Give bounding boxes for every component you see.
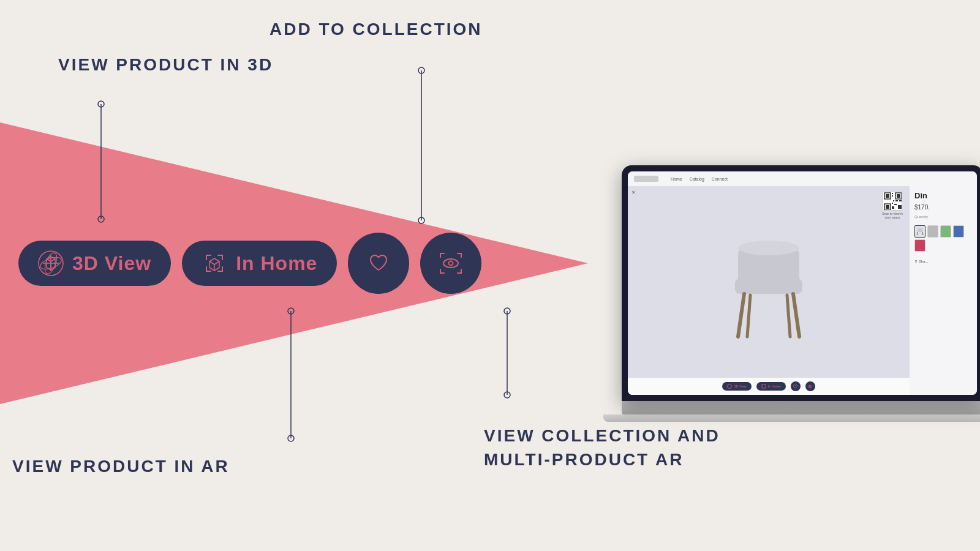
ar-cube-icon (202, 250, 227, 276)
svg-rect-40 (892, 206, 894, 209)
laptop-close-btn: ✕ (631, 190, 636, 195)
laptop-share-label: ⬆ Sha... (914, 259, 928, 263)
laptop-body: Home Catalog Connect ✕ (622, 165, 980, 422)
laptop-product-title: Din (914, 191, 972, 200)
laptop-product-area: ✕ (628, 186, 977, 395)
label-add-collection: ADD TO COLLECTION (270, 18, 483, 40)
cube-ar-icon (38, 250, 64, 276)
svg-line-23 (793, 294, 799, 337)
laptop-btn-heart (791, 381, 801, 391)
laptop-in-home-label: In Home (768, 384, 781, 388)
chair-svg (720, 230, 818, 352)
laptop-nav: Home Catalog Connect (628, 171, 977, 186)
laptop-thumb-5 (914, 239, 925, 252)
laptop-thumb-3 (940, 225, 951, 238)
svg-rect-39 (898, 205, 902, 209)
svg-rect-42 (762, 384, 766, 388)
label-view-ar: VIEW PRODUCT IN AR (12, 455, 230, 478)
svg-point-43 (809, 385, 812, 388)
label-view-3d: VIEW PRODUCT IN 3D (58, 54, 273, 76)
svg-rect-34 (893, 200, 894, 201)
svg-rect-29 (897, 194, 900, 198)
svg-point-21 (738, 241, 799, 255)
btn-ar-view[interactable] (420, 233, 481, 294)
laptop-btn-3d-view: 3D View (722, 382, 751, 391)
laptop-product-desc: Quantity (914, 214, 972, 219)
svg-point-16 (443, 259, 458, 268)
laptop-3d-viewer: ✕ (628, 186, 910, 395)
nav-connect: Connect (712, 177, 728, 181)
laptop-product-price: $170. (914, 204, 972, 211)
btn-3d-view[interactable]: 3D View (18, 241, 171, 286)
nav-catalog: Catalog (690, 177, 704, 181)
qr-code (883, 191, 902, 211)
laptop-btn-ar (805, 381, 815, 391)
laptop-logo (634, 176, 658, 182)
svg-line-22 (738, 294, 744, 337)
svg-line-47 (922, 232, 923, 235)
svg-rect-37 (892, 203, 893, 204)
laptop-product-sidebar: Din $170. Quantity (910, 186, 977, 395)
svg-rect-27 (886, 194, 889, 198)
svg-rect-36 (899, 200, 902, 201)
svg-rect-38 (894, 204, 897, 205)
laptop-thumb-4 (953, 225, 964, 238)
laptop-3d-view-label: 3D View (734, 384, 746, 388)
laptop-action-row: ⬆ Sha... (914, 259, 972, 263)
laptop-thumbnail-row (914, 225, 972, 252)
qr-code-area: Scan to view in your space (880, 191, 905, 222)
svg-rect-45 (918, 228, 922, 232)
svg-rect-31 (886, 205, 889, 209)
laptop-btn-in-home: In Home (756, 382, 786, 391)
svg-line-46 (917, 232, 918, 235)
laptop-screen-outer: Home Catalog Connect ✕ (622, 165, 980, 401)
svg-rect-35 (895, 200, 898, 201)
svg-point-41 (728, 384, 732, 389)
laptop-nav-links: Home Catalog Connect (671, 177, 728, 181)
svg-rect-32 (892, 193, 893, 194)
buttons-row: 3D View In Home (18, 233, 481, 294)
laptop-mockup: Home Catalog Connect ✕ (606, 0, 980, 551)
svg-point-44 (810, 386, 811, 387)
btn-3d-view-label: 3D View (72, 252, 151, 275)
laptop-thumb-2 (927, 225, 938, 238)
svg-rect-33 (892, 195, 893, 197)
btn-add-favorite[interactable] (348, 233, 409, 294)
svg-line-24 (747, 295, 750, 337)
svg-point-17 (449, 261, 453, 266)
qr-label: Scan to view in your space (880, 212, 905, 219)
laptop-foot (603, 414, 980, 422)
btn-in-home-label: In Home (236, 252, 317, 275)
btn-in-home[interactable]: In Home (182, 241, 337, 286)
nav-home: Home (671, 177, 682, 181)
laptop-bottom-bar: 3D View In Home (628, 378, 910, 395)
svg-line-25 (787, 295, 790, 337)
laptop-thumb-1 (914, 225, 925, 238)
laptop-screen-inner: Home Catalog Connect ✕ (628, 171, 977, 395)
laptop-base (622, 401, 980, 414)
